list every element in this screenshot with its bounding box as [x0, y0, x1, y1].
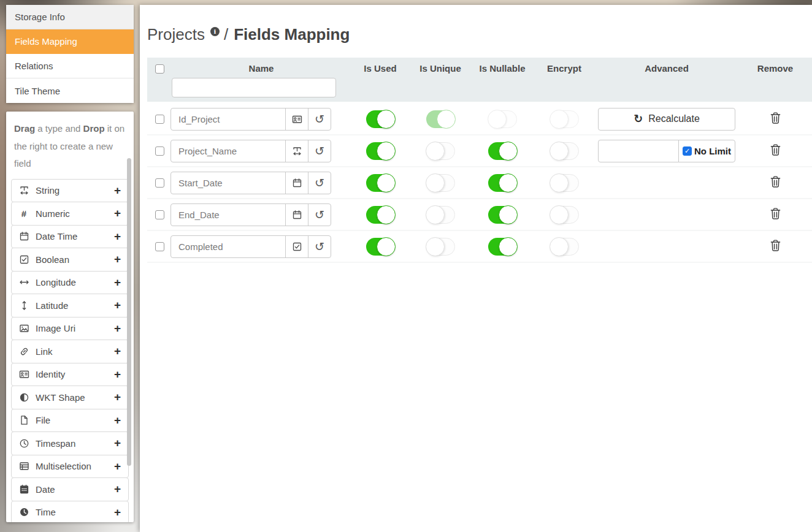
field-type-multiselection[interactable]: Multiselection+ — [11, 455, 129, 479]
add-field-button[interactable]: + — [114, 414, 121, 427]
field-type-image-uri[interactable]: Image Uri+ — [11, 317, 129, 341]
undo-rename-button[interactable]: ↺ — [308, 204, 331, 226]
field-type-longitude[interactable]: Longitude+ — [11, 271, 129, 295]
no-limit-label: No Limit — [694, 146, 731, 156]
type-list-scrollbar[interactable] — [127, 158, 131, 466]
row-checkbox[interactable] — [155, 178, 164, 188]
field-type-latitude[interactable]: Latitude+ — [11, 294, 129, 317]
encrypt-toggle[interactable] — [550, 142, 579, 160]
row-checkbox[interactable] — [155, 146, 164, 156]
table-row-id-project: ↺↻Recalculate — [147, 104, 812, 135]
is-used-toggle[interactable] — [366, 174, 395, 192]
is-used-toggle[interactable] — [366, 238, 395, 256]
clock-outline-icon — [18, 438, 29, 449]
add-field-button[interactable]: + — [114, 344, 121, 358]
is-nullable-toggle[interactable] — [488, 174, 517, 192]
is-used-toggle-knob — [377, 142, 396, 161]
add-field-button[interactable]: + — [114, 298, 121, 312]
is-unique-toggle-knob — [426, 205, 445, 224]
field-type-date-time[interactable]: Date Time+ — [11, 225, 129, 249]
field-type-boolean[interactable]: Boolean+ — [11, 248, 129, 272]
is-nullable-toggle[interactable] — [488, 206, 517, 224]
info-icon[interactable]: i — [210, 27, 220, 36]
field-type-link[interactable]: Link+ — [11, 340, 129, 363]
select-all-checkbox[interactable] — [155, 64, 164, 74]
add-field-button[interactable]: + — [114, 436, 121, 450]
list-icon — [18, 461, 29, 471]
add-field-button[interactable]: + — [114, 230, 121, 243]
is-unique-toggle[interactable] — [426, 238, 455, 256]
add-field-button[interactable]: + — [114, 276, 121, 289]
column-header-advanced: Advanced — [595, 63, 738, 102]
encrypt-toggle — [550, 110, 579, 128]
is-nullable-toggle[interactable] — [488, 238, 517, 256]
row-checkbox[interactable] — [155, 210, 164, 219]
is-used-toggle[interactable] — [366, 110, 395, 128]
field-name-input[interactable] — [171, 108, 285, 130]
undo-rename-button[interactable]: ↺ — [308, 172, 331, 194]
id-card-icon — [285, 108, 308, 130]
field-name-input[interactable] — [171, 140, 285, 162]
is-unique-toggle[interactable] — [426, 206, 455, 224]
is-unique-toggle[interactable] — [426, 174, 455, 192]
checkbox-icon — [18, 254, 29, 265]
delete-field-button[interactable] — [770, 239, 781, 254]
field-type-label: File — [36, 415, 50, 425]
add-field-button[interactable]: + — [114, 482, 121, 496]
delete-field-button[interactable] — [770, 112, 781, 126]
recalculate-button[interactable]: ↻Recalculate — [598, 108, 735, 131]
add-field-button[interactable]: + — [114, 506, 121, 519]
is-unique-toggle[interactable] — [426, 142, 455, 160]
field-name-input[interactable] — [171, 236, 285, 257]
add-field-button[interactable]: + — [114, 207, 121, 220]
add-field-button[interactable]: + — [114, 184, 121, 197]
field-type-wkt-shape[interactable]: WKT Shape+ — [11, 386, 129, 409]
undo-rename-button[interactable]: ↺ — [308, 236, 331, 257]
sidebar-tab-tile-theme[interactable]: Tile Theme — [6, 78, 134, 103]
max-length-input[interactable] — [598, 140, 679, 162]
add-field-button[interactable]: + — [114, 322, 121, 335]
add-field-button[interactable]: + — [114, 460, 121, 473]
field-type-numeric[interactable]: #Numeric+ — [11, 202, 129, 226]
field-type-identity[interactable]: Identity+ — [11, 363, 129, 387]
delete-field-button[interactable] — [770, 143, 781, 158]
is-used-toggle[interactable] — [366, 142, 395, 160]
name-filter-input[interactable] — [172, 78, 336, 97]
undo-rename-button[interactable]: ↺ — [308, 140, 331, 162]
is-used-toggle[interactable] — [366, 206, 395, 224]
add-field-button[interactable]: + — [114, 390, 121, 404]
row-checkbox[interactable] — [155, 242, 164, 251]
field-type-string[interactable]: String+ — [11, 179, 129, 203]
field-type-file[interactable]: File+ — [11, 409, 129, 433]
field-name-input[interactable] — [171, 172, 285, 194]
row-checkbox[interactable] — [155, 115, 164, 124]
undo-rename-button[interactable]: ↺ — [308, 108, 331, 130]
add-field-button[interactable]: + — [114, 368, 121, 381]
field-type-time[interactable]: Time+ — [11, 501, 129, 523]
breadcrumb-projects[interactable]: Projects — [147, 25, 205, 44]
delete-field-button[interactable] — [770, 207, 781, 222]
field-name-group: ↺ — [170, 203, 331, 226]
is-unique-toggle-knob — [426, 142, 445, 161]
max-length-group: ✓No Limit — [598, 140, 735, 162]
sidebar-tab-relations[interactable]: Relations — [6, 54, 134, 78]
encrypt-toggle[interactable] — [550, 206, 579, 224]
field-type-label: Timespan — [36, 438, 75, 449]
add-field-button[interactable]: + — [114, 253, 121, 266]
sidebar-tab-fields-mapping[interactable]: Fields Mapping — [6, 29, 134, 54]
encrypt-toggle[interactable] — [550, 238, 579, 256]
encrypt-toggle[interactable] — [550, 174, 579, 192]
field-type-label: Boolean — [36, 254, 69, 265]
drag-hint-bold-drop: Drop — [83, 123, 105, 134]
field-type-date[interactable]: Date+ — [11, 477, 129, 501]
sidebar-tab-storage-info[interactable]: Storage Info — [6, 5, 134, 29]
field-name-input[interactable] — [171, 204, 285, 226]
is-nullable-toggle[interactable] — [488, 142, 517, 160]
no-limit-checkbox[interactable]: ✓ — [683, 146, 692, 156]
trash-icon — [770, 143, 781, 158]
is-nullable-toggle-knob — [488, 110, 507, 129]
encrypt-toggle-knob — [550, 173, 569, 192]
field-type-timespan[interactable]: Timespan+ — [11, 431, 129, 455]
delete-field-button[interactable] — [770, 175, 781, 190]
file-icon — [18, 415, 29, 425]
